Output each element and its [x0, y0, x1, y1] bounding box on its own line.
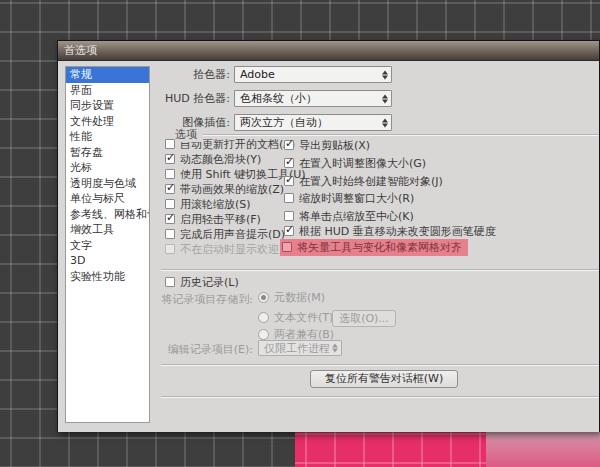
dialog-title: 首选项	[64, 44, 97, 57]
color-picker-label: 拾色器:	[118, 66, 230, 83]
updown-arrows-icon	[382, 118, 388, 127]
sidebar-item-cursors[interactable]: 光标	[66, 160, 149, 176]
section-divider	[161, 269, 599, 271]
image-interpolation-label: 图像插值:	[118, 114, 230, 131]
sidebar-item-type[interactable]: 文字	[66, 238, 149, 254]
updown-arrows-icon	[382, 94, 388, 103]
choose-button[interactable]: 选取(O)...	[332, 310, 396, 327]
edit-log-items-label: 编辑记录项目(E):	[153, 342, 253, 357]
checkbox-icon	[284, 140, 294, 150]
checkbox-icon	[284, 158, 294, 168]
sidebar-item-3d[interactable]: 3D	[66, 253, 149, 269]
hud-color-picker-label: HUD 拾色器:	[118, 90, 230, 107]
preferences-dialog: 首选项 常规 界面 同步设置 文件处理 性能 暂存盘 光标 透明度与色域 单位与…	[57, 40, 600, 432]
checkbox-icon	[165, 154, 175, 164]
color-picker-select[interactable]: Adobe	[234, 66, 392, 83]
edit-log-items-value: 仅限工作进程	[264, 342, 330, 355]
radio-text-file[interactable]: 文本文件(T)	[258, 311, 333, 325]
edit-log-items-select[interactable]: 仅限工作进程	[258, 340, 342, 356]
section-divider	[161, 364, 599, 366]
sidebar-item-plugins[interactable]: 增效工具	[66, 222, 149, 238]
save-log-items-to-label: 将记录项目存储到:	[153, 292, 253, 307]
sidebar-item-guides-grid-slices[interactable]: 参考线、网格和切片	[66, 207, 149, 223]
checkbox-icon	[165, 214, 175, 224]
image-interpolation-value: 两次立方（自动）	[240, 116, 328, 129]
checkbox-enable-flick-panning[interactable]: 启用轻击平移(F)	[165, 213, 261, 228]
checkbox-icon	[284, 211, 294, 221]
checkbox-icon	[165, 169, 175, 179]
options-group-label: 选项	[175, 127, 203, 142]
updown-arrows-icon	[332, 344, 338, 353]
checkbox-resize-windows-when-zooming[interactable]: 缩放时调整窗口大小(R)	[284, 192, 414, 207]
radio-metadata[interactable]: 元数据(M)	[258, 291, 325, 305]
sidebar-item-transparency-gamut[interactable]: 透明度与色域	[66, 176, 149, 192]
sidebar-item-experimental-features[interactable]: 实验性功能	[66, 269, 149, 285]
checkbox-icon	[284, 193, 294, 203]
checkbox-icon	[284, 226, 294, 236]
checkbox-beep-when-done[interactable]: 完成后用声音提示(D)	[165, 228, 285, 243]
checkbox-icon	[165, 184, 175, 194]
updown-arrows-icon	[382, 70, 388, 79]
radio-icon	[258, 292, 269, 303]
canvas-pink-area	[295, 431, 486, 467]
checkbox-zoom-clicked-point-to-center[interactable]: 将单击点缩放至中心(K)	[284, 210, 414, 225]
checkbox-icon	[165, 229, 175, 239]
checkbox-always-create-smart-objects[interactable]: 在置入时始终创建智能对象(J)	[284, 175, 443, 190]
sidebar-item-performance[interactable]: 性能	[66, 129, 149, 145]
checkbox-icon	[284, 176, 294, 186]
checkbox-icon	[165, 244, 175, 254]
checkbox-dynamic-color-sliders[interactable]: 动态颜色滑块(Y)	[165, 153, 261, 168]
checkbox-export-clipboard[interactable]: 导出剪贴板(X)	[284, 139, 370, 154]
canvas-background: 首选项 常规 界面 同步设置 文件处理 性能 暂存盘 光标 透明度与色域 单位与…	[0, 0, 600, 467]
checkbox-hud-vary-round-brush-hardness[interactable]: 根据 HUD 垂直移动来改变圆形画笔硬度	[284, 225, 496, 240]
reset-all-warning-dialogs-button[interactable]: 复位所有警告对话框(W)	[310, 370, 458, 388]
sidebar-item-units-rulers[interactable]: 单位与标尺	[66, 191, 149, 207]
dialog-titlebar[interactable]: 首选项	[58, 41, 599, 61]
radio-icon	[258, 312, 269, 323]
checkbox-snap-vector-tools-to-pixel-grid[interactable]: 将矢量工具与变化和像素网格对齐	[280, 239, 468, 256]
radio-icon	[258, 329, 269, 340]
checkbox-animated-zoom[interactable]: 带动画效果的缩放(Z)	[165, 183, 284, 198]
options-group-divider	[203, 134, 599, 136]
dialog-content: 常规 界面 同步设置 文件处理 性能 暂存盘 光标 透明度与色域 单位与标尺 参…	[58, 61, 599, 432]
checkbox-zoom-with-scroll-wheel[interactable]: 用滚轮缩放(S)	[165, 198, 251, 213]
checkbox-resize-image-during-place[interactable]: 在置入时调整图像大小(G)	[284, 157, 426, 172]
hud-color-picker-select[interactable]: 色相条纹（小）	[234, 90, 392, 107]
checkbox-icon	[282, 242, 292, 252]
checkbox-icon	[165, 199, 175, 209]
checkbox-icon	[165, 277, 175, 287]
sidebar-item-scratch-disks[interactable]: 暂存盘	[66, 145, 149, 161]
color-picker-value: Adobe	[240, 68, 275, 81]
checkbox-icon	[165, 139, 175, 149]
hud-color-picker-value: 色相条纹（小）	[240, 92, 317, 105]
image-interpolation-select[interactable]: 两次立方（自动）	[234, 114, 392, 131]
checkbox-history-log[interactable]: 历史记录(L)	[165, 276, 239, 291]
section-divider	[161, 396, 599, 398]
